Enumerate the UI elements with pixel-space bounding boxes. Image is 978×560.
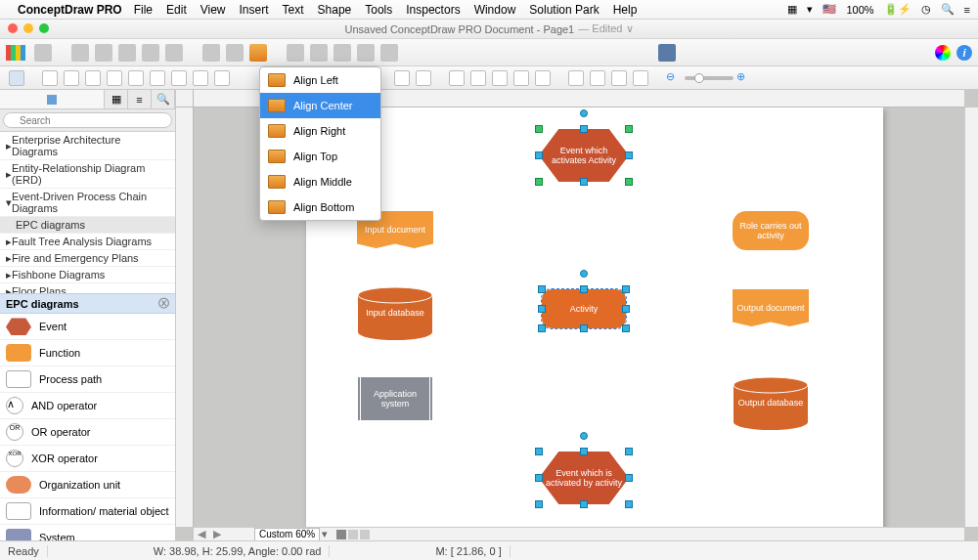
tree-item[interactable]: ▾ Event-Driven Process Chain Diagrams bbox=[0, 189, 175, 217]
document-edited-indicator[interactable]: — Edited ∨ bbox=[578, 22, 633, 35]
menu-extra-icon[interactable]: ≡ bbox=[964, 4, 970, 16]
shape-item[interactable]: OROR operator bbox=[0, 419, 175, 446]
color-picker-icon[interactable] bbox=[935, 45, 951, 61]
toolbar-icon[interactable] bbox=[202, 44, 220, 62]
shape-role[interactable]: Role carries out activity bbox=[733, 211, 809, 250]
toolbar-icon[interactable] bbox=[226, 44, 244, 62]
zoom-fit-icon[interactable] bbox=[611, 70, 627, 86]
toolbar-icon[interactable] bbox=[118, 44, 136, 62]
info-icon[interactable]: i bbox=[956, 45, 972, 61]
shape-tool-icon[interactable] bbox=[128, 70, 144, 86]
menu-solution-park[interactable]: Solution Park bbox=[529, 3, 599, 17]
align-right-item[interactable]: Align Right bbox=[260, 118, 380, 144]
shape-tool-icon[interactable] bbox=[85, 70, 101, 86]
tool-icon[interactable] bbox=[449, 70, 465, 86]
app-name[interactable]: ConceptDraw PRO bbox=[18, 3, 122, 17]
panel-tab[interactable]: ▦ bbox=[105, 90, 128, 108]
tree-item[interactable]: ▸ Enterprise Architecture Diagrams bbox=[0, 132, 175, 160]
library-search-input[interactable] bbox=[3, 112, 172, 128]
zoom-select[interactable]: Custom 60% bbox=[254, 528, 320, 541]
library-tree[interactable]: ▸ Enterprise Architecture Diagrams ▸ Ent… bbox=[0, 132, 175, 293]
spotlight-icon[interactable]: 🔍 bbox=[941, 3, 955, 16]
tool-icon[interactable] bbox=[416, 70, 431, 86]
toolbar-icon[interactable] bbox=[380, 44, 398, 62]
scroll-right-icon[interactable]: ▶ bbox=[209, 528, 225, 540]
toolbar-icon[interactable] bbox=[34, 44, 52, 62]
toolbar-icon[interactable] bbox=[142, 44, 159, 62]
shape-tool-icon[interactable] bbox=[42, 70, 58, 86]
flag-icon[interactable]: 🇺🇸 bbox=[822, 3, 836, 16]
toolbar-icon[interactable] bbox=[310, 44, 328, 62]
shape-tool-icon[interactable] bbox=[171, 70, 187, 86]
zoom-in-slider-icon[interactable]: ⊕ bbox=[736, 70, 752, 86]
menu-help[interactable]: Help bbox=[613, 3, 638, 17]
shape-tool-icon[interactable] bbox=[64, 70, 79, 86]
horizontal-scrollbar[interactable]: ◀ ▶ Custom 60% ▾ bbox=[194, 527, 964, 540]
tool-icon[interactable] bbox=[470, 70, 486, 86]
shape-list[interactable]: Event Function Process path ∧AND operato… bbox=[0, 314, 175, 540]
shape-application-system[interactable]: Application system bbox=[357, 377, 433, 420]
shape-tool-icon[interactable] bbox=[107, 70, 122, 86]
shape-item[interactable]: Information/ material object bbox=[0, 498, 175, 525]
page[interactable]: Event which activates Activity Input doc… bbox=[306, 108, 883, 527]
tool-icon[interactable] bbox=[492, 70, 508, 86]
menu-edit[interactable]: Edit bbox=[166, 3, 187, 17]
align-left-item[interactable]: Align Left bbox=[260, 67, 380, 93]
menu-view[interactable]: View bbox=[200, 3, 226, 17]
presentation-icon[interactable] bbox=[658, 44, 676, 62]
close-window-button[interactable] bbox=[8, 23, 18, 33]
tool-icon[interactable] bbox=[535, 70, 551, 86]
shape-tool-icon[interactable] bbox=[214, 70, 230, 86]
panel-tab[interactable]: ≡ bbox=[128, 90, 152, 108]
tree-item[interactable]: EPC diagrams bbox=[0, 217, 175, 234]
shape-item[interactable]: Organization unit bbox=[0, 472, 175, 498]
toolbar-icon[interactable] bbox=[95, 44, 112, 62]
shape-item[interactable]: Process path bbox=[0, 366, 175, 393]
vertical-ruler[interactable] bbox=[176, 108, 194, 527]
shape-event-bottom[interactable]: Event which is activated by activity bbox=[539, 452, 629, 504]
shapes-header[interactable]: EPC diagramsⓧ bbox=[0, 293, 175, 314]
shape-tool-icon[interactable] bbox=[150, 70, 165, 86]
toolbar-icon[interactable] bbox=[357, 44, 375, 62]
align-center-item[interactable]: Align Center bbox=[260, 93, 380, 118]
shape-item[interactable]: ∧AND operator bbox=[0, 393, 175, 419]
tree-item[interactable]: ▸ Fire and Emergency Plans bbox=[0, 250, 175, 267]
close-icon[interactable]: ⓧ bbox=[158, 296, 169, 311]
panel-tab-search[interactable]: 🔍 bbox=[152, 90, 175, 108]
menu-insert[interactable]: Insert bbox=[240, 3, 269, 17]
minimize-window-button[interactable] bbox=[23, 23, 33, 33]
toolbar-icon[interactable] bbox=[333, 44, 351, 62]
shape-item[interactable]: Event bbox=[0, 314, 175, 340]
shape-item[interactable]: XORXOR operator bbox=[0, 446, 175, 472]
menu-inspectors[interactable]: Inspectors bbox=[406, 3, 460, 17]
scroll-left-icon[interactable]: ◀ bbox=[194, 528, 209, 540]
shape-event-top[interactable]: Event which activates Activity bbox=[539, 129, 629, 182]
menu-window[interactable]: Window bbox=[474, 3, 516, 17]
align-top-item[interactable]: Align Top bbox=[260, 144, 380, 169]
menu-tools[interactable]: Tools bbox=[365, 3, 392, 17]
zoom-icon[interactable] bbox=[633, 70, 648, 86]
shape-output-document[interactable]: Output document bbox=[733, 289, 809, 326]
vertical-scrollbar[interactable] bbox=[964, 108, 978, 527]
shape-item[interactable]: Function bbox=[0, 340, 175, 366]
grid-icon[interactable]: ▦ bbox=[787, 3, 797, 16]
zoom-window-button[interactable] bbox=[39, 23, 49, 33]
menu-shape[interactable]: Shape bbox=[318, 3, 352, 17]
toolbar-icon[interactable] bbox=[165, 44, 183, 62]
battery-icon[interactable]: 🔋⚡ bbox=[884, 3, 911, 16]
clock-icon[interactable]: ◷ bbox=[921, 3, 931, 16]
align-dropdown-button[interactable] bbox=[249, 44, 267, 62]
shape-tool-icon[interactable] bbox=[193, 70, 208, 86]
zoom-slider[interactable] bbox=[685, 76, 734, 80]
zoom-in-icon[interactable] bbox=[568, 70, 584, 86]
shape-item[interactable]: System bbox=[0, 525, 175, 540]
shape-activity[interactable]: Activity bbox=[542, 289, 626, 328]
menu-file[interactable]: File bbox=[134, 3, 153, 17]
tree-item[interactable]: ▸ Entity-Relationship Diagram (ERD) bbox=[0, 160, 175, 189]
page-tabs[interactable] bbox=[335, 530, 371, 539]
tree-item[interactable]: ▸ Fault Tree Analysis Diagrams bbox=[0, 234, 175, 250]
zoom-out-icon[interactable] bbox=[590, 70, 605, 86]
toolbar-icon[interactable] bbox=[71, 44, 89, 62]
toolbar-icon[interactable] bbox=[287, 44, 304, 62]
zoom-out-slider-icon[interactable]: ⊖ bbox=[666, 70, 682, 86]
